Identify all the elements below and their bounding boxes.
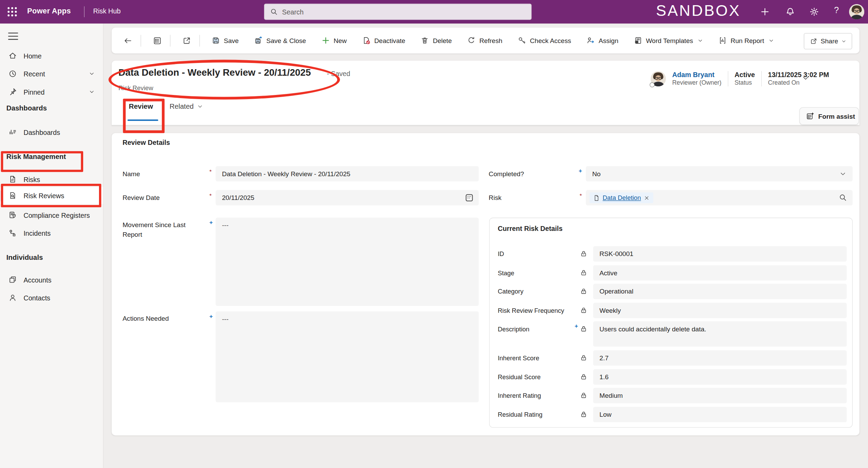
risk-label: Risk xyxy=(489,190,568,205)
required-icon: * xyxy=(580,192,582,199)
key-icon xyxy=(518,36,526,45)
share-icon xyxy=(810,37,817,45)
svg-text:W: W xyxy=(636,41,638,43)
contacts-icon xyxy=(8,293,17,302)
active-tab-indicator xyxy=(128,119,158,121)
save-and-close-button[interactable]: Save & Close xyxy=(252,33,308,47)
waffle-menu-icon[interactable] xyxy=(6,6,18,18)
sidebar-item-recent[interactable]: Recent xyxy=(0,65,103,83)
refresh-button[interactable]: Refresh xyxy=(465,33,504,47)
date-picker-icon[interactable] xyxy=(464,193,474,203)
share-button[interactable]: Share xyxy=(804,33,852,49)
check-access-button[interactable]: Check Access xyxy=(516,33,573,47)
movement-label: Movement Since Last Report xyxy=(122,220,202,239)
run-report-button[interactable]: Run Report xyxy=(716,33,776,47)
name-label: Name xyxy=(122,166,202,182)
completed-label: Completed? xyxy=(489,166,568,182)
section-title: Review Details xyxy=(122,138,170,146)
add-icon[interactable] xyxy=(760,7,770,17)
owner-avatar[interactable] xyxy=(650,71,666,86)
review-date-field[interactable]: 20/11/2025 xyxy=(216,190,479,205)
deactivate-button[interactable]: Deactivate xyxy=(360,33,407,47)
owner-name-link[interactable]: Adam Bryant xyxy=(672,71,722,79)
movement-field[interactable]: --- xyxy=(216,218,479,306)
completed-field[interactable]: No xyxy=(586,166,853,182)
lock-icon xyxy=(581,269,587,276)
status-label: Status xyxy=(735,79,755,87)
recent-clock-icon xyxy=(8,69,17,78)
form-assist-button[interactable]: Form assist xyxy=(799,107,859,125)
risks-icon xyxy=(8,175,17,184)
sidebar-section-risk-management: Risk Management xyxy=(6,152,66,161)
meta-divider xyxy=(761,71,761,86)
sidebar-item-incidents[interactable]: Incidents xyxy=(0,224,103,242)
lock-icon xyxy=(581,326,587,332)
risk-review-frequency-label: Risk Review Frequency xyxy=(498,302,577,318)
settings-gear-icon[interactable] xyxy=(809,7,819,17)
sidebar-item-home[interactable]: Home xyxy=(0,46,103,65)
environment-badge: SANDBOX xyxy=(656,2,746,19)
delete-button[interactable]: Delete xyxy=(419,33,453,47)
risk-lookup-field[interactable]: Data Deletion xyxy=(586,190,853,205)
lock-icon xyxy=(581,411,587,417)
lock-icon xyxy=(581,250,587,257)
sidebar-item-risks[interactable]: Risks xyxy=(0,170,103,188)
record-title: Data Deletion - Weekly Review - 20/11/20… xyxy=(119,67,311,78)
form-selector-button[interactable] xyxy=(151,33,164,48)
header-collapse-chevron[interactable] xyxy=(802,74,810,83)
app-window: Power Apps Risk Hub Search SANDBOX ? xyxy=(0,0,868,468)
chevron-down-icon[interactable] xyxy=(839,171,846,178)
name-field[interactable]: Data Deletion - Weekly Review - 20/11/20… xyxy=(216,166,479,182)
created-on-value: 13/11/2025 3:02 PM xyxy=(768,71,829,79)
tab-related[interactable]: Related xyxy=(169,102,203,110)
accounts-icon xyxy=(8,275,17,284)
app-brand[interactable]: Power Apps xyxy=(27,7,71,15)
risk-review-frequency-field: Weekly xyxy=(593,302,847,318)
required-icon: * xyxy=(209,192,212,199)
inherent-rating-field: Medium xyxy=(593,388,847,403)
description-label: Description xyxy=(498,321,577,337)
risk-record-link[interactable]: Data Deletion xyxy=(603,194,641,201)
lock-icon xyxy=(581,392,587,399)
actions-needed-field[interactable]: --- xyxy=(216,311,479,402)
new-button[interactable]: New xyxy=(320,33,349,47)
help-icon[interactable]: ? xyxy=(834,6,844,15)
entity-type-label: Risk Review xyxy=(119,84,153,92)
word-templates-button[interactable]: W Word Templates xyxy=(632,33,705,47)
compliance-registers-icon xyxy=(8,211,17,220)
save-close-icon xyxy=(254,36,263,45)
chevron-down-icon[interactable] xyxy=(89,71,95,77)
lookup-search-icon[interactable] xyxy=(839,193,847,202)
record-doc-icon xyxy=(593,194,600,201)
assign-button[interactable]: Assign xyxy=(585,33,620,47)
actions-needed-label: Actions Needed xyxy=(122,314,202,324)
sidebar-item-contacts[interactable]: Contacts xyxy=(0,289,103,307)
save-button[interactable]: Save xyxy=(210,33,241,47)
new-plus-icon xyxy=(321,36,330,45)
refresh-icon xyxy=(467,36,476,45)
tab-review[interactable]: Review xyxy=(129,102,153,110)
run-report-icon xyxy=(718,36,727,45)
record-header: Data Deletion - Weekly Review - 20/11/20… xyxy=(112,61,859,125)
review-date-label: Review Date xyxy=(122,190,202,205)
notifications-bell-icon[interactable] xyxy=(785,7,795,17)
sidebar-item-risk-reviews[interactable]: Risk Reviews xyxy=(0,187,103,204)
residual-score-field: 1.6 xyxy=(593,369,847,384)
save-icon xyxy=(211,36,220,45)
back-button[interactable] xyxy=(122,33,134,48)
user-avatar[interactable] xyxy=(849,4,865,20)
recommended-icon: + xyxy=(209,313,213,320)
sidebar-item-accounts[interactable]: Accounts xyxy=(0,270,103,289)
popout-button[interactable] xyxy=(180,33,193,48)
top-navigation-bar: Power Apps Risk Hub Search SANDBOX ? xyxy=(0,0,868,23)
search-input[interactable]: Search xyxy=(264,4,532,20)
sidebar-item-dashboards[interactable]: Dashboards xyxy=(0,123,103,141)
app-area-title: Risk Hub xyxy=(93,7,121,15)
id-field: RSK-00001 xyxy=(593,246,847,262)
remove-x-icon[interactable] xyxy=(644,195,649,201)
hamburger-menu-icon[interactable] xyxy=(8,33,18,40)
sidebar-item-compliance-registers[interactable]: Compliance Registers xyxy=(0,206,103,224)
sidebar-item-pinned[interactable]: Pinned xyxy=(0,83,103,101)
command-bar: Save Save & Close New Deactivate Delete xyxy=(112,28,859,53)
chevron-down-icon[interactable] xyxy=(89,89,95,95)
